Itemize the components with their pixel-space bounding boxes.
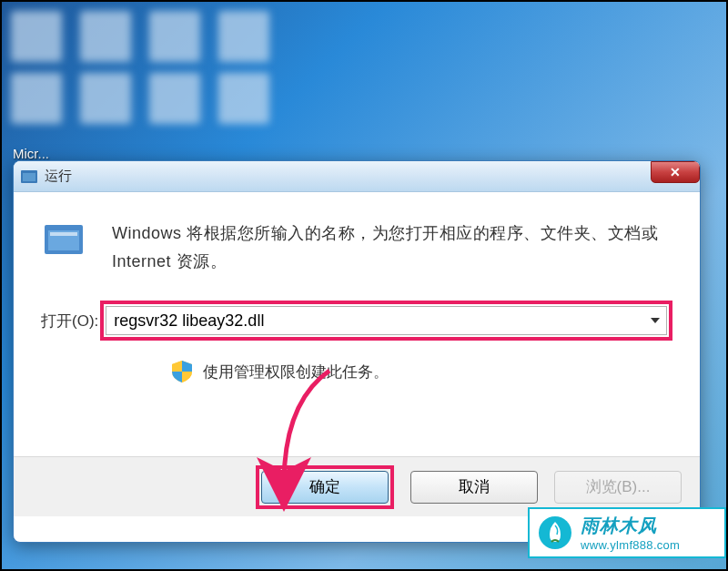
watermark: 雨林木风 www.ylmf888.com — [528, 507, 726, 558]
desktop-icon[interactable] — [149, 73, 200, 124]
watermark-logo-icon — [537, 515, 573, 551]
desktop-icon[interactable] — [11, 73, 62, 124]
close-icon: ✕ — [670, 165, 681, 179]
dialog-body: Windows 将根据您所输入的名称，为您打开相应的程序、文件夹、文档或 Int… — [14, 192, 700, 456]
close-button[interactable]: ✕ — [651, 161, 700, 183]
desktop-icon[interactable] — [11, 11, 62, 62]
desktop-icons-area — [2, 2, 278, 133]
cancel-button[interactable]: 取消 — [410, 471, 538, 504]
input-highlight — [100, 301, 672, 341]
desktop-icon[interactable] — [80, 73, 131, 124]
svg-rect-6 — [50, 232, 77, 236]
run-titlebar-icon — [21, 169, 37, 184]
desktop-icon[interactable] — [80, 11, 131, 62]
shield-icon — [172, 361, 192, 382]
desktop-icon-label: Micr... — [13, 146, 49, 161]
watermark-url: www.ylmf888.com — [581, 538, 680, 552]
run-dialog: 运行 ✕ Windows 将根据您所输入的名称，为您打开相应的程序、文件夹、文档… — [13, 160, 701, 543]
watermark-title: 雨林木风 — [581, 514, 680, 538]
admin-privilege-text: 使用管理权限创建此任务。 — [203, 362, 389, 382]
desktop-icon[interactable] — [149, 11, 200, 62]
titlebar[interactable]: 运行 ✕ — [14, 161, 700, 192]
run-input[interactable] — [106, 306, 667, 335]
svg-rect-2 — [23, 173, 35, 181]
browse-button[interactable]: 浏览(B)... — [554, 471, 682, 504]
open-label: 打开(O): — [41, 311, 98, 331]
run-dialog-icon — [41, 219, 86, 261]
desktop-icon[interactable] — [218, 73, 269, 124]
dialog-title: 运行 — [45, 168, 72, 185]
desktop-icon[interactable] — [218, 11, 269, 62]
ok-button[interactable]: 确定 — [261, 471, 389, 504]
ok-button-highlight: 确定 — [256, 465, 394, 509]
dialog-description: Windows 将根据您所输入的名称，为您打开相应的程序、文件夹、文档或 Int… — [112, 219, 672, 275]
